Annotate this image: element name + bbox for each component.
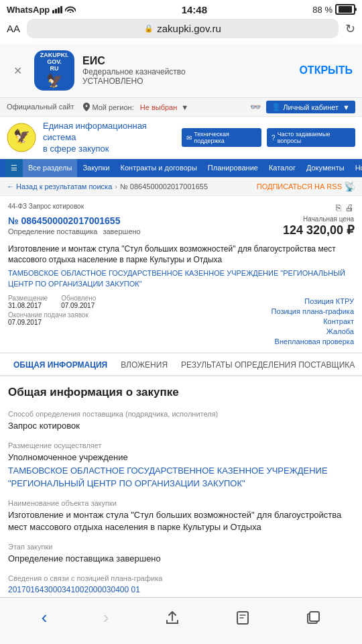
back-button[interactable]: ‹ <box>35 604 54 631</box>
site-name: Единая информационная система в сфере за… <box>43 121 175 155</box>
info-plan-link: Сведения о связи с позицией плана-график… <box>8 574 354 596</box>
info-method-value: Запрос котировок <box>8 420 354 432</box>
ktru-link[interactable]: Позиция КТРУ <box>271 297 354 305</box>
info-method-label: Способ определения поставщика (подрядчик… <box>8 410 354 418</box>
contract-link[interactable]: Контракт <box>271 317 354 325</box>
person-icon: 👤 <box>272 103 281 111</box>
status-left: WhatsApp <box>7 5 76 15</box>
bottom-nav: ‹ › <box>0 597 362 644</box>
breadcrumb-sep: › <box>115 182 117 191</box>
nav-purchases[interactable]: Закупки <box>77 159 115 177</box>
nav-home-icon[interactable]: ☰ <box>5 159 23 177</box>
region-selector[interactable]: Мой регион: Не выбран ▼ <box>83 103 188 111</box>
aa-text[interactable]: AA <box>7 23 20 34</box>
app-status: УСТАНОВЛЕНО <box>82 76 291 86</box>
price-label: Начальная цена <box>274 215 354 223</box>
info-stage-label: Этап закупки <box>8 543 354 551</box>
nav-documents[interactable]: Документы <box>301 159 350 177</box>
rss-icon: 📡 <box>344 181 355 192</box>
placement-label: Размещение <box>8 294 48 302</box>
status-time: 14:48 <box>182 4 207 15</box>
card-dates: Размещение31.08.2017 Обновлено07.09.2017… <box>8 294 96 328</box>
official-tag: Официальный сайт <box>7 103 74 111</box>
share-button[interactable] <box>158 608 186 628</box>
update-label: Обновлено <box>61 294 96 302</box>
bookmarks-button[interactable] <box>229 608 257 628</box>
tab-results[interactable]: РЕЗУЛЬТАТЫ ОПРЕДЕЛЕНИЯ ПОСТАВЩИКА <box>174 354 361 376</box>
personal-cabinet-button[interactable]: 👤 Личный кабинет ▼ <box>266 101 355 113</box>
plan-link[interactable]: Позиция плана-графика <box>271 307 354 315</box>
url-text: zakupki.gov.ru <box>157 23 221 34</box>
app-subtitle: Федеральное казначейство <box>82 67 291 76</box>
procurement-stage: Определение поставщика <box>8 227 97 235</box>
faq-button[interactable]: ? Часто задаваемые вопросы <box>267 128 355 147</box>
app-eagle-icon: 🦅 <box>40 72 69 89</box>
rss-label: ПОДПИСАТЬСЯ НА RSS <box>257 182 342 191</box>
placement-date: 31.08.2017 <box>8 302 42 309</box>
tech-support-button[interactable]: ✉ Техническая поддержка <box>182 128 261 147</box>
battery-label: 88 % <box>312 5 333 15</box>
info-placer-org[interactable]: ТАМБОВСКОЕ ОБЛАСТНОЕ ГОСУДАРСТВЕННОЕ КАЗ… <box>8 465 354 489</box>
info-stage-value: Определение поставщика завершено <box>8 553 354 565</box>
whatsapp-label: WhatsApp <box>7 5 50 15</box>
inspection-link[interactable]: Внеплановая проверка <box>271 337 354 345</box>
close-icon[interactable]: ✕ <box>9 63 26 78</box>
nav-all-sections[interactable]: Все разделы <box>23 159 77 177</box>
breadcrumb-current: № 0864500002017001655 <box>120 182 208 191</box>
svg-rect-4 <box>310 612 319 621</box>
copy-icon[interactable]: ⎘ <box>336 203 341 213</box>
nav-catalog[interactable]: Каталог <box>263 159 301 177</box>
procurement-card: 44-ФЗ Запрос котировок ⎘ 🖨 № 08645000020… <box>0 196 362 354</box>
deadline-date: 07.09.2017 <box>8 319 42 326</box>
address-bar[interactable]: 🔒 zakupki.gov.ru <box>27 19 339 38</box>
procurement-org[interactable]: ТАМБОВСКОЕ ОБЛАСТНОЕ ГОСУДАРСТВЕННОЕ КАЗ… <box>8 268 354 289</box>
app-banner: ✕ ZAKUPKI.GOV.RU 🦅 ЕИС Федеральное казна… <box>0 44 362 98</box>
card-icons: ⎘ 🖨 <box>336 203 354 213</box>
rss-button[interactable]: ПОДПИСАТЬСЯ НА RSS 📡 <box>257 181 355 192</box>
back-link[interactable]: ← Назад к результатам поиска <box>7 182 112 191</box>
law-tag: 44-ФЗ Запрос котировок <box>8 203 84 210</box>
procurement-number[interactable]: № 0864500002017001655 <box>8 215 274 226</box>
nav-contracts[interactable]: Контракты и договоры <box>115 159 202 177</box>
envelope-icon: ✉ <box>186 134 192 142</box>
site-top-bar: Официальный сайт Мой регион: Не выбран ▼… <box>0 98 362 117</box>
side-links: Позиция КТРУ Позиция плана-графика Контр… <box>271 297 354 345</box>
info-placer-label: Размещение осуществляет <box>8 441 354 449</box>
tab-general-info[interactable]: ОБЩАЯ ИНФОРМАЦИЯ <box>7 354 114 376</box>
info-placer-note: Уполномоченное учреждение <box>8 451 354 464</box>
tabs-bar: ОБЩАЯ ИНФОРМАЦИЯ ВЛОЖЕНИЯ РЕЗУЛЬТАТЫ ОПР… <box>0 354 362 376</box>
forward-button[interactable]: › <box>97 604 116 631</box>
info-object: Наименование объекта закупки Изготовлени… <box>8 499 354 533</box>
nav-planning[interactable]: Планирование <box>202 159 263 177</box>
region-value[interactable]: Не выбран <box>140 103 177 111</box>
info-plan-label: Сведения о связи с позицией плана-график… <box>8 574 354 582</box>
status-bar: WhatsApp 14:48 88 % <box>0 0 362 19</box>
breadcrumb: ← Назад к результатам поиска › № 0864500… <box>7 182 208 191</box>
info-placer: Размещение осуществляет Уполномоченное у… <box>8 441 354 490</box>
info-object-label: Наименование объекта закупки <box>8 499 354 507</box>
procurement-status: завершено <box>103 227 140 235</box>
glasses-icon[interactable]: 👓 <box>250 102 261 112</box>
tabs-button[interactable] <box>299 608 327 628</box>
region-label: Мой регион: <box>92 103 133 111</box>
app-icon: ZAKUPKI.GOV.RU 🦅 <box>34 50 74 91</box>
print-icon[interactable]: 🖨 <box>345 203 354 213</box>
app-open-button[interactable]: ОТКРЫТЬ <box>299 62 353 79</box>
info-plan-value[interactable]: 201701643000341002000030400 01 <box>8 584 354 596</box>
deadline-label: Окончание подачи заявок <box>8 311 88 319</box>
wifi-icon <box>65 5 76 15</box>
app-icon-text: ZAKUPKI.GOV.RU <box>40 52 69 72</box>
breadcrumb-bar: ← Назад к результатам поиска › № 0864500… <box>0 178 362 196</box>
battery-icon <box>335 4 355 15</box>
nav-news[interactable]: Новости <box>350 159 362 177</box>
tab-attachments[interactable]: ВЛОЖЕНИЯ <box>114 354 174 376</box>
lock-icon: 🔒 <box>144 24 154 33</box>
complaint-link[interactable]: Жалоба <box>271 327 354 335</box>
reload-icon[interactable]: ↻ <box>345 21 355 36</box>
info-stage: Этап закупки Определение поставщика заве… <box>8 543 354 565</box>
app-info: ЕИС Федеральное казначейство УСТАНОВЛЕНО <box>82 55 291 86</box>
site-emblem: 🦅 <box>7 123 36 152</box>
app-title: ЕИС <box>82 55 291 67</box>
question-icon: ? <box>272 134 276 142</box>
site-nav: ☰ Все разделы Закупки Контракты и догово… <box>0 159 362 177</box>
